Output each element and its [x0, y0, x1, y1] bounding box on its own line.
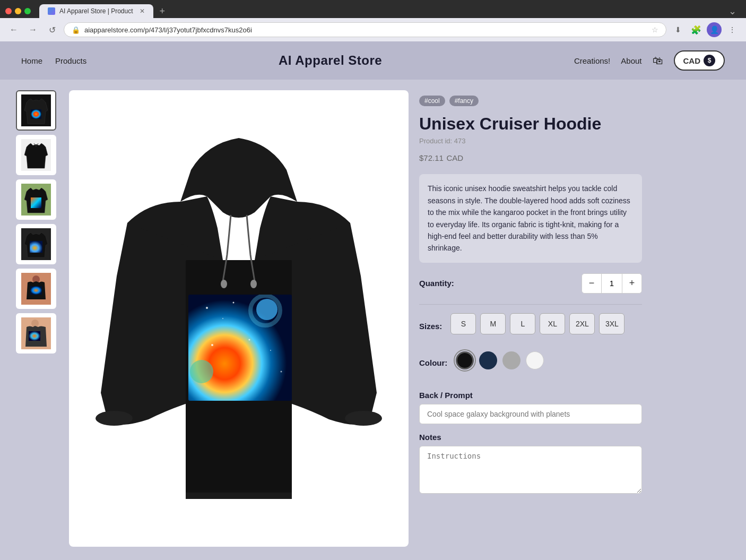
svg-rect-9: [30, 286, 42, 295]
nav-right: Creations! About 🛍 CAD $: [574, 50, 725, 71]
product-id: Product id: 473: [419, 137, 642, 145]
main-product-image: [69, 90, 409, 547]
extensions-icon[interactable]: 🧩: [689, 22, 704, 37]
colour-grey-swatch[interactable]: [502, 351, 521, 369]
thumbnail-3[interactable]: [16, 179, 56, 220]
colour-swatches: [456, 351, 544, 369]
notes-section: Notes: [419, 433, 642, 496]
size-l-button[interactable]: L: [510, 313, 535, 334]
minimize-window-btn[interactable]: [15, 8, 21, 14]
size-3xl-button[interactable]: 3XL: [599, 313, 624, 334]
price-currency: CAD: [446, 153, 463, 162]
svg-rect-1: [31, 109, 41, 119]
svg-point-22: [206, 307, 208, 309]
size-s-button[interactable]: S: [450, 313, 476, 334]
bookmark-icon[interactable]: ☆: [652, 25, 658, 34]
tag-fancy: #fancy: [449, 96, 479, 106]
thumbnail-1[interactable]: [16, 90, 56, 131]
quantity-row: Quantity: − 1 +: [419, 273, 642, 294]
thumbnail-4[interactable]: [16, 224, 56, 264]
forward-button[interactable]: →: [25, 22, 40, 37]
quantity-label: Quantity:: [419, 279, 454, 288]
svg-rect-29: [186, 493, 292, 499]
colour-navy-swatch[interactable]: [479, 351, 497, 369]
notes-textarea[interactable]: [419, 446, 642, 494]
svg-point-24: [222, 318, 223, 319]
svg-rect-4: [31, 197, 41, 208]
sizes-label: Sizes:: [419, 322, 442, 331]
svg-point-31: [345, 411, 382, 426]
thumbnail-5[interactable]: [16, 269, 56, 309]
svg-point-28: [281, 371, 282, 373]
quantity-decrease-button[interactable]: −: [582, 274, 601, 293]
nav-products[interactable]: Products: [55, 56, 86, 65]
store-header: Home Products AI Apparel Store Creations…: [0, 41, 746, 80]
fullscreen-window-btn[interactable]: [24, 8, 31, 14]
download-icon[interactable]: ⬇: [671, 22, 686, 37]
menu-icon[interactable]: ⋮: [725, 22, 740, 37]
thumbnail-6[interactable]: [16, 313, 56, 354]
product-title: Unisex Cruiser Hoodie: [419, 114, 642, 134]
svg-point-30: [96, 411, 133, 426]
svg-point-15: [221, 280, 227, 288]
back-button[interactable]: ←: [6, 22, 21, 37]
size-xl-button[interactable]: XL: [540, 313, 565, 334]
sizes-row: S M L XL 2XL 3XL: [450, 313, 624, 334]
nav-creations[interactable]: Creations!: [574, 56, 610, 65]
sizes-section: Sizes: S M L XL 2XL 3XL: [419, 313, 642, 345]
product-description: This iconic unisex hoodie sweatshirt hel…: [419, 174, 642, 262]
new-tab-button[interactable]: +: [157, 6, 169, 17]
tab-close-icon[interactable]: ✕: [140, 7, 145, 15]
size-2xl-button[interactable]: 2XL: [569, 313, 595, 334]
price-value: $72.11: [419, 153, 444, 162]
active-tab[interactable]: AI Apparel Store | Product ✕: [39, 4, 153, 18]
prompt-input[interactable]: [419, 404, 642, 424]
size-m-button[interactable]: M: [480, 313, 506, 334]
svg-point-27: [211, 344, 213, 346]
svg-point-21: [190, 360, 213, 383]
colour-label: Colour:: [419, 358, 447, 367]
url-text: aiapparelstore.com/p/473/l/j37yotut7jbfx…: [84, 26, 647, 34]
nav-home[interactable]: Home: [21, 56, 42, 65]
svg-rect-6: [30, 241, 42, 253]
nav-about[interactable]: About: [621, 56, 641, 65]
cad-dollar-icon: $: [704, 55, 715, 66]
colour-black-swatch[interactable]: [456, 351, 474, 369]
store-title: AI Apparel Store: [86, 53, 574, 68]
divider: [419, 304, 642, 305]
tab-bar: AI Apparel Store | Product ✕ + ⌄: [5, 4, 741, 18]
quantity-value: 1: [601, 274, 622, 293]
main-content: #cool #fancy Unisex Cruiser Hoodie Produ…: [0, 80, 746, 557]
url-bar[interactable]: 🔒 aiapparelstore.com/p/473/l/j37yotut7jb…: [64, 22, 666, 37]
tab-title: AI Apparel Store | Product: [59, 7, 133, 15]
svg-point-11: [31, 320, 39, 327]
cart-icon[interactable]: 🛍: [653, 55, 663, 67]
tab-list-icon[interactable]: ⌄: [728, 5, 736, 17]
tag-cool: #cool: [419, 96, 445, 106]
browser-toolbar: ← → ↺ 🔒 aiapparelstore.com/p/473/l/j37yo…: [0, 18, 746, 41]
svg-point-20: [256, 299, 277, 320]
prompt-label: Back / Prompt: [419, 391, 642, 400]
traffic-lights: [5, 8, 31, 14]
cad-button[interactable]: CAD $: [674, 50, 725, 71]
close-window-btn[interactable]: [5, 8, 12, 14]
browser-chrome: AI Apparel Store | Product ✕ + ⌄: [0, 0, 746, 18]
nav-left: Home Products: [21, 56, 86, 65]
svg-point-16: [250, 280, 257, 288]
lock-icon: 🔒: [72, 26, 80, 34]
svg-point-25: [249, 339, 250, 341]
reload-button[interactable]: ↺: [45, 22, 59, 37]
notes-label: Notes: [419, 433, 642, 442]
svg-rect-12: [29, 331, 40, 341]
product-price: $72.11 CAD: [419, 151, 642, 163]
profile-icon[interactable]: 👤: [707, 22, 722, 37]
svg-point-26: [270, 350, 271, 351]
thumbnail-2[interactable]: [16, 135, 56, 175]
cad-label: CAD: [683, 56, 701, 65]
thumbnail-sidebar: [16, 90, 58, 547]
product-details-panel: #cool #fancy Unisex Cruiser Hoodie Produ…: [419, 90, 642, 547]
toolbar-icons: ⬇ 🧩 👤 ⋮: [671, 22, 740, 37]
colour-white-swatch[interactable]: [526, 351, 544, 369]
product-tags: #cool #fancy: [419, 96, 642, 106]
quantity-increase-button[interactable]: +: [622, 274, 641, 293]
